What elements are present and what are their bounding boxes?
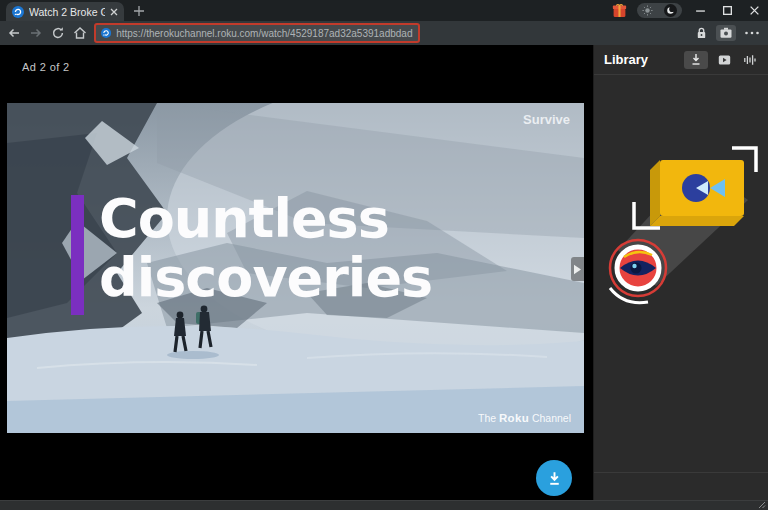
status-bar (0, 500, 768, 510)
library-panel: Library (593, 45, 768, 500)
forward-icon (29, 26, 43, 40)
empty-library-illustration (598, 140, 766, 310)
refresh-button[interactable] (51, 26, 65, 40)
url-text: https://therokuchannel.roku.com/watch/45… (116, 28, 413, 39)
video-tab-icon (718, 54, 731, 66)
new-tab-button[interactable] (132, 4, 146, 18)
download-tab-icon (690, 53, 702, 66)
address-bar[interactable]: https://therokuchannel.roku.com/watch/45… (94, 23, 420, 43)
download-button[interactable] (536, 460, 572, 496)
ad-counter: Ad 2 of 2 (22, 61, 70, 73)
browser-toolbar: https://therokuchannel.roku.com/watch/45… (0, 21, 768, 45)
tab-title: Watch 2 Broke Girls - (29, 6, 105, 18)
brand-prefix: The (478, 412, 496, 424)
library-tab-downloads[interactable] (684, 51, 708, 69)
camera-icon (719, 27, 733, 39)
close-button[interactable] (745, 2, 763, 20)
library-tab-audio[interactable] (740, 51, 758, 69)
close-icon (749, 5, 760, 16)
home-button[interactable] (73, 26, 87, 40)
site-favicon-icon (101, 27, 111, 39)
minimize-icon (695, 5, 706, 16)
tab-favicon-icon (12, 6, 24, 18)
more-button[interactable] (744, 30, 760, 36)
video-frame[interactable]: Survive Countless discoveries The Roku C… (7, 103, 584, 433)
title-bar: Watch 2 Broke Girls - (0, 0, 768, 21)
headline-accent-bar (71, 195, 84, 315)
gift-icon (612, 3, 627, 18)
brand-name: Roku (499, 412, 529, 424)
show-badge: Survive (523, 112, 570, 127)
browser-tab[interactable]: Watch 2 Broke Girls - (6, 2, 124, 21)
audio-tab-icon (743, 54, 756, 66)
roku-channel-logo: The Roku Channel (478, 412, 571, 424)
sun-icon (642, 5, 653, 16)
download-icon (546, 470, 563, 487)
library-list-divider (594, 472, 768, 473)
ad-headline: Countless discoveries (71, 189, 432, 315)
library-tab-video[interactable] (715, 51, 733, 69)
back-button[interactable] (7, 26, 21, 40)
ellipsis-icon (744, 30, 760, 36)
resize-grip-icon[interactable] (758, 501, 766, 509)
refresh-icon (51, 26, 65, 40)
lock-button[interactable] (695, 26, 708, 40)
lock-icon (695, 26, 708, 40)
plus-icon (133, 5, 145, 17)
library-header: Library (594, 45, 768, 75)
headline-line-2: discoveries (99, 248, 432, 307)
video-player-area: Ad 2 of 2 (0, 45, 593, 500)
back-icon (7, 26, 21, 40)
moon-icon (666, 6, 675, 15)
tab-close-icon[interactable] (110, 8, 118, 16)
app-window: Watch 2 Broke Girls - (0, 0, 768, 510)
expand-arrow-icon (574, 264, 581, 275)
library-title: Library (604, 52, 648, 67)
headline-line-1: Countless (99, 189, 432, 248)
camera-button[interactable] (716, 25, 736, 41)
maximize-icon (722, 5, 733, 16)
minimize-button[interactable] (691, 2, 709, 20)
theme-toggle[interactable] (637, 3, 682, 18)
home-icon (73, 26, 87, 40)
expand-panel-handle[interactable] (571, 257, 584, 281)
forward-button[interactable] (29, 26, 43, 40)
gift-button[interactable] (610, 2, 628, 20)
maximize-button[interactable] (718, 2, 736, 20)
brand-suffix: Channel (532, 412, 571, 424)
